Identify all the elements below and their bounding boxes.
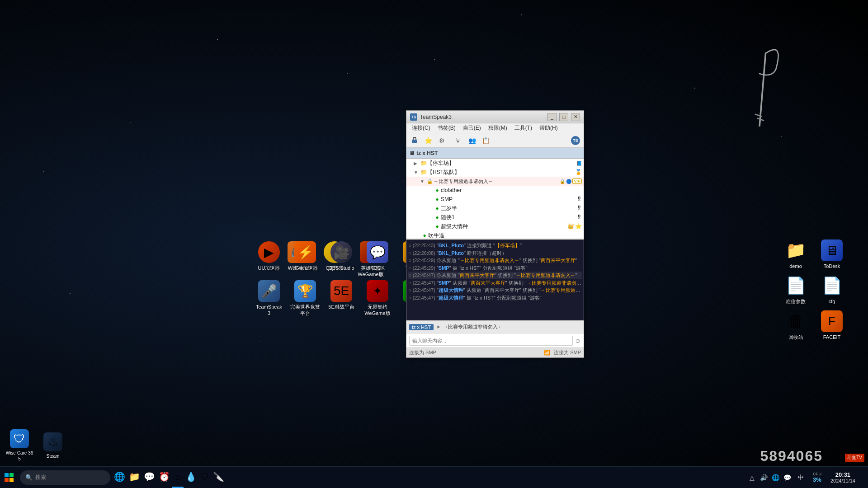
ts-user-sansui[interactable]: ● 三岁半 🎖 xyxy=(406,204,584,213)
ts-channel-hst[interactable]: ▼ 📁 【HST战队】 🏅 xyxy=(406,168,584,177)
shield-taskbar-icon: 🛡 xyxy=(200,472,209,482)
ts-user-smp[interactable]: ● SMP 🎖 xyxy=(406,195,584,204)
ts-btn-users[interactable]: 👥 xyxy=(466,135,478,146)
ts-channel-icon-parking: 📁 xyxy=(420,160,427,167)
desktop-icon-recycle-bin[interactable]: 🗑 回收站 xyxy=(778,308,814,343)
ts-user-chuisange[interactable]: ● 吹牛逼 xyxy=(406,231,584,239)
taskbar-app-water[interactable]: 💧 xyxy=(184,467,198,488)
ts-minimize-button[interactable]: _ xyxy=(547,113,557,121)
desktop-icon-todesk[interactable]: 🖥 ToDesk xyxy=(814,237,850,272)
taskbar-app-shield[interactable]: 🛡 xyxy=(198,467,211,488)
show-desktop-button[interactable] xyxy=(861,469,864,487)
ts-menu-connect[interactable]: 连接(C) xyxy=(408,123,434,133)
ts-user-icon-smp: ● xyxy=(434,196,441,203)
ts-menubar: 连接(C) 书签(B) 自己(E) 权限(M) 工具(T) 帮助(H) xyxy=(406,123,584,133)
ts-user-name-chuisange: 吹牛逼 xyxy=(428,232,582,239)
ts-titlebar[interactable]: TS TeamSpeak3 _ □ ✕ xyxy=(406,111,584,123)
ts-menu-perms[interactable]: 权限(M) xyxy=(485,123,511,133)
ts-user-badges-suijin: 🎖 xyxy=(576,214,582,221)
desktop-icon-faceit[interactable]: F FACEIT xyxy=(814,308,850,343)
taskbar-app-clock[interactable]: ⏰ xyxy=(157,467,172,488)
ts-log-line-1: ○ (22:25:43) "BKL_Pluto" 连接到频道 "【停车场】" xyxy=(408,242,582,249)
desktop-icon-kook[interactable]: 💬 KOOK xyxy=(359,239,396,274)
ts-current-server-badge[interactable]: tz x HST xyxy=(409,324,434,330)
ts-channel-icon-no-enter: 🔒 xyxy=(426,178,434,185)
ts-badge-blue-parking: 📘 xyxy=(576,161,582,166)
clock-icon: ⏰ xyxy=(159,471,170,482)
ts-channel-no-enter[interactable]: ▼ 🔒 →比赛专用频道非请勿入← 🔒 🔵 VIP xyxy=(406,177,584,186)
ts-btn-ts-logo[interactable]: TS xyxy=(569,135,582,146)
douyutv-badge: 斗鱼TV xyxy=(845,454,864,462)
desktop-icon-valorant[interactable]: ✦ 无畏契约WeGame版 xyxy=(359,277,396,319)
ts-menu-bookmarks[interactable]: 书签(B) xyxy=(434,123,459,133)
ts-btn-bookmark[interactable]: ⭐ xyxy=(422,135,434,146)
ts-user-badges-chaoqing: 👑 ⭐ xyxy=(567,223,582,230)
ts-wifi-icon: 📶 xyxy=(544,350,550,356)
taskbar-search[interactable]: 🔍 搜索 xyxy=(20,470,110,485)
ts-channel-badges-no-enter: 🔒 🔵 VIP xyxy=(560,178,582,184)
tray-volume[interactable]: 🔊 xyxy=(759,469,769,487)
taskbar-app-knife[interactable]: 🔪 xyxy=(211,467,226,488)
ts-log-area[interactable]: ○ (22:25:43) "BKL_Pluto" 连接到频道 "【停车场】" ○… xyxy=(406,239,584,320)
ts-server-header[interactable]: 🖥 tz x HST xyxy=(406,148,584,159)
ts-signal-text: 连接为 SMP xyxy=(554,349,581,356)
ts-server-tree[interactable]: 🖥 tz x HST ▶ 📁 【停车场】 📘 ▼ 📁 【HST战队】 🏅 xyxy=(406,148,584,239)
taskbar: 🔍 搜索 🌐 📁 💬 ⏰ ♨ 💧 🛡 xyxy=(0,466,868,488)
taskbar-icon-steam[interactable]: ♨ Steam xyxy=(37,430,69,462)
ts-badge-blue: 🔵 xyxy=(566,179,571,184)
taskbar-icon-wisecarer[interactable]: 🛡 Wise Care 365 xyxy=(4,427,35,465)
desktop-icon-5e[interactable]: 5E 5E对战平台 xyxy=(323,277,359,319)
wechat-icon: 💬 xyxy=(144,471,155,482)
ts-btn-push-to-talk[interactable]: 🎙 xyxy=(452,135,465,146)
taskbar-pinned-apps: 🌐 📁 💬 ⏰ ♨ 💧 🛡 🔪 xyxy=(112,467,226,488)
ts-menu-help[interactable]: 帮助(H) xyxy=(536,123,561,133)
ts-badge-vip: VIP xyxy=(572,178,582,184)
ts-user-chaoqing[interactable]: ● 超级大情种 👑 ⭐ xyxy=(406,222,584,231)
ts-medal-smp: 🎖 xyxy=(576,196,582,202)
ts-emoji-button[interactable]: ☺ xyxy=(575,337,581,344)
scythe-decoration xyxy=(732,45,787,127)
ts-user-clofather[interactable]: ● clofather xyxy=(406,186,584,195)
ts-user-name-smp: SMP xyxy=(441,196,576,202)
tray-im[interactable]: 💬 xyxy=(782,469,793,487)
ts-channel-name-no-enter: →比赛专用频道非请勿入← xyxy=(434,178,560,185)
clock-date: 2024/11/14 xyxy=(830,478,855,483)
ts-btn-settings[interactable]: ⚙ xyxy=(435,135,448,146)
desktop: 🎮 WeGame ♪ QQ音乐 ⚔ 英雄联盟WeGame版 ▶ UU加速器 xyxy=(0,0,868,488)
ts-arrow-no-enter: ▼ xyxy=(420,179,426,184)
desktop-icon-demo[interactable]: 📁 demo xyxy=(778,237,814,272)
ts-log-line-5: ○ (22:45:47) 你从频道 "两百来平大客厅" 切换到 "→比赛专用频道… xyxy=(408,272,582,279)
stream-number: 58940​65 xyxy=(760,448,823,465)
desktop-icon-obs[interactable]: 🎥 OBS Studio xyxy=(323,239,359,274)
ts-user-name-clofather: clofather xyxy=(441,187,582,193)
taskbar-app-explorer[interactable]: 📁 xyxy=(127,467,142,488)
taskbar-app-edge[interactable]: 🌐 xyxy=(112,467,127,488)
tray-icons: △ 🔊 🌐 💬 xyxy=(747,469,793,487)
start-button[interactable] xyxy=(0,469,18,487)
clock-area[interactable]: 20:31 2024/11/14 xyxy=(827,467,859,488)
cpu-area[interactable]: CPU 3% xyxy=(809,472,825,483)
tray-expand[interactable]: △ xyxy=(747,469,758,487)
ts-btn-channel-list[interactable]: 📋 xyxy=(479,135,492,146)
desktop-icon-cfg[interactable]: 📄 cfg xyxy=(814,272,850,307)
ts-menu-tools[interactable]: 工具(T) xyxy=(511,123,536,133)
ts-arrow-hst: ▼ xyxy=(414,170,420,175)
ts-toolbar-separator-1 xyxy=(450,136,450,145)
ts-maximize-button[interactable]: □ xyxy=(559,113,568,121)
ts-chat-input[interactable] xyxy=(409,336,573,346)
taskbar-app-wechat[interactable]: 💬 xyxy=(142,467,157,488)
desktop-icon-params[interactable]: 📄 准信参数 xyxy=(778,272,814,307)
desktop-icon-wanmei[interactable]: 🏆 完美世界竞技平台 xyxy=(287,277,323,319)
desktop-icon-teamspeak[interactable]: 🎤 TeamSpeak3 xyxy=(251,277,287,319)
tray-network[interactable]: 🌐 xyxy=(770,469,781,487)
ts-btn-connect[interactable] xyxy=(408,135,421,146)
ts-user-suijin[interactable]: ● 随侠1 🎖 xyxy=(406,213,584,222)
ts-channel-parking[interactable]: ▶ 📁 【停车场】 📘 xyxy=(406,159,584,168)
language-indicator[interactable]: 中 xyxy=(795,471,807,484)
ts-close-button[interactable]: ✕ xyxy=(571,113,580,121)
desktop-icon-leishenjia[interactable]: ⚡ 雷神加速器 xyxy=(287,239,323,274)
desktop-icon-uu[interactable]: ▶ UU加速器 xyxy=(251,239,287,274)
ts-server-name: tz x HST xyxy=(416,150,438,156)
ts-menu-self[interactable]: 自己(E) xyxy=(459,123,485,133)
taskbar-app-steam[interactable]: ♨ xyxy=(172,467,184,488)
